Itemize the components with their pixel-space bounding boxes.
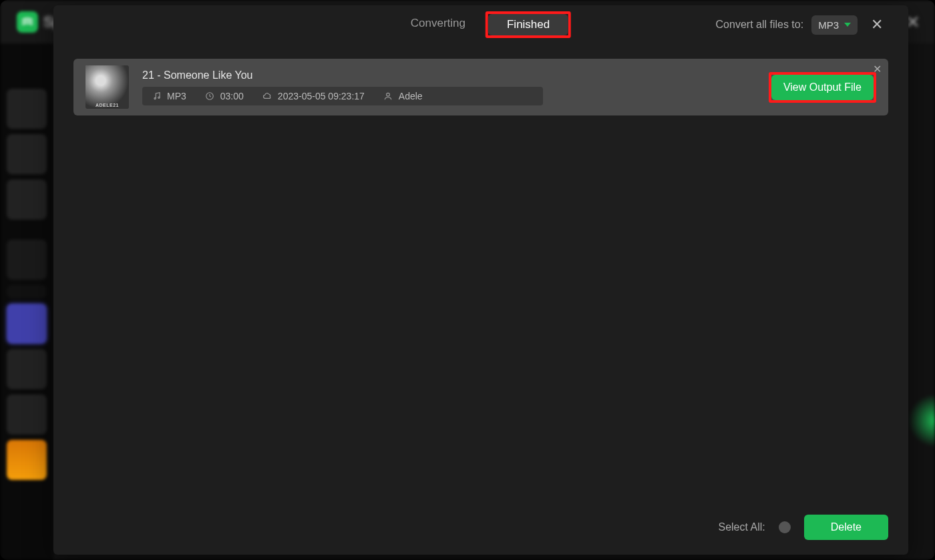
meta-format: MP3 xyxy=(152,91,186,101)
spotify-icon xyxy=(17,11,38,33)
bg-sidebar xyxy=(0,43,53,560)
conversion-modal: Converting Finished Convert all files to… xyxy=(53,5,908,555)
bg-side-item xyxy=(7,285,47,298)
meta-timestamp: 2023-05-05 09:23:17 xyxy=(262,91,365,101)
item-main: 21 - Someone Like You MP3 03:00 xyxy=(142,69,755,105)
bg-side-item xyxy=(7,89,47,129)
cloud-icon xyxy=(262,91,272,101)
meta-bar: MP3 03:00 2023-05-05 09:23:17 xyxy=(142,87,543,105)
tabs: Converting Finished xyxy=(391,11,571,38)
highlight-box-finished: Finished xyxy=(486,11,571,38)
convert-all-label: Convert all files to: xyxy=(716,19,804,31)
bg-side-item xyxy=(7,180,47,220)
items-list: ✕ 21 - Someone Like You MP3 03 xyxy=(53,44,908,503)
tab-finished[interactable]: Finished xyxy=(488,14,568,35)
bg-side-item-active xyxy=(7,304,47,344)
chevron-down-icon xyxy=(844,23,851,27)
duration-text: 03:00 xyxy=(220,91,244,101)
bg-side-item xyxy=(7,349,47,389)
tab-converting[interactable]: Converting xyxy=(391,11,486,38)
remove-item-icon[interactable]: ✕ xyxy=(873,63,882,75)
select-all-checkbox[interactable] xyxy=(779,521,791,533)
svg-point-3 xyxy=(387,93,390,96)
close-icon[interactable]: ✕ xyxy=(866,13,888,36)
clock-icon xyxy=(205,91,215,101)
person-icon xyxy=(383,91,393,101)
item-title: 21 - Someone Like You xyxy=(142,69,755,81)
timestamp-text: 2023-05-05 09:23:17 xyxy=(278,91,365,101)
highlight-box-view-output: View Output File xyxy=(769,72,876,103)
bg-side-item xyxy=(7,440,47,480)
svg-point-0 xyxy=(154,97,155,99)
view-output-file-button[interactable]: View Output File xyxy=(771,75,874,100)
meta-artist: Adele xyxy=(383,91,423,101)
music-note-icon xyxy=(152,91,162,101)
album-art xyxy=(85,65,129,109)
format-text: MP3 xyxy=(167,91,186,101)
modal-header: Converting Finished Convert all files to… xyxy=(53,5,908,44)
converted-item-row: ✕ 21 - Someone Like You MP3 03 xyxy=(73,59,888,115)
bg-side-item xyxy=(7,134,47,174)
svg-point-1 xyxy=(158,97,159,98)
format-value: MP3 xyxy=(818,19,839,31)
bg-side-item xyxy=(7,240,47,280)
delete-button[interactable]: Delete xyxy=(804,515,888,540)
artist-text: Adele xyxy=(399,91,423,101)
meta-duration: 03:00 xyxy=(205,91,244,101)
select-all-label: Select All: xyxy=(718,521,765,533)
modal-footer: Select All: Delete xyxy=(53,503,908,555)
format-select[interactable]: MP3 xyxy=(811,15,858,35)
bg-side-item xyxy=(7,394,47,435)
bg-green-glow xyxy=(908,394,935,447)
header-right: Convert all files to: MP3 ✕ xyxy=(716,13,888,36)
